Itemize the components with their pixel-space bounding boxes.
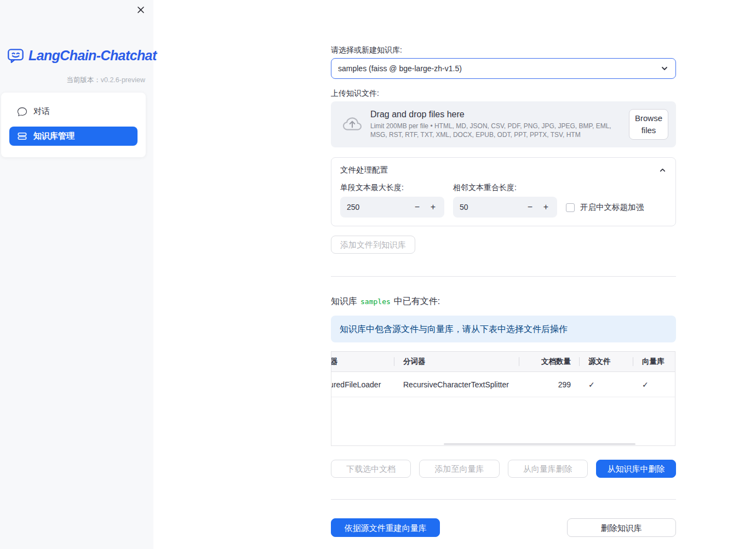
- col-header-source-file[interactable]: 源文件: [580, 352, 633, 371]
- zh-title-option: 开启中文标题加强: [566, 202, 667, 213]
- col-header-loader[interactable]: 文档加载器: [331, 352, 394, 371]
- delete-kb-button[interactable]: 删除知识库: [567, 518, 676, 537]
- expander-title: 文件处理配置: [340, 165, 388, 175]
- files-table[interactable]: 文档加载器 分词器 文档数量 源文件 向量库 UnstructuredFileL…: [331, 351, 675, 446]
- cell-loader: UnstructuredFileLoader: [331, 372, 394, 397]
- zh-title-checkbox-label: 开启中文标题加强: [580, 202, 644, 213]
- kb-select-label: 请选择或新建知识库:: [331, 45, 676, 55]
- file-uploader-dropzone[interactable]: Drag and drop files here Limit 200MB per…: [331, 101, 676, 147]
- files-grid: 文档加载器 分词器 文档数量 源文件 向量库 UnstructuredFileL…: [331, 352, 675, 397]
- upload-cloud-icon: [343, 115, 362, 134]
- col-header-splitter[interactable]: 分词器: [394, 352, 519, 371]
- sidebar: LangChain-Chatchat 当前版本：v0.2.6-preview 对…: [0, 0, 153, 549]
- close-sidebar-button[interactable]: [135, 4, 147, 16]
- col-header-vector-store[interactable]: 向量库: [633, 352, 675, 371]
- sidebar-item-kb-management[interactable]: 知识库管理: [9, 127, 138, 146]
- chevron-up-icon: [658, 166, 667, 174]
- overlap-size-value: 50: [460, 203, 468, 211]
- browse-files-button[interactable]: Browse files: [629, 109, 668, 140]
- spacer-column: [449, 518, 558, 537]
- version-label: 当前版本：: [66, 76, 101, 84]
- rebuild-vector-store-button[interactable]: 依据源文件重建向量库: [331, 518, 440, 537]
- divider: [331, 499, 676, 500]
- expander-body: 单段文本最大长度: 250 − + 相邻文本重合长度: 50 − + 开启中: [340, 183, 667, 218]
- delete-from-vector-store-button[interactable]: 从向量库删除: [508, 460, 588, 478]
- col-header-doc-count[interactable]: 文档数量: [519, 352, 580, 371]
- expander-header[interactable]: 文件处理配置: [340, 165, 667, 175]
- config-expander: 文件处理配置 单段文本最大长度: 250 − + 相邻文本重合长度: 50 − …: [331, 157, 676, 226]
- kb-name-code: samples: [360, 298, 391, 306]
- increment-button[interactable]: +: [425, 199, 441, 215]
- cell-vector-check: ✓: [633, 372, 675, 397]
- kb-files-suffix: 中已有文件:: [394, 296, 440, 306]
- app-logo: LangChain-Chatchat: [7, 47, 157, 65]
- add-to-vector-store-button[interactable]: 添加至向量库: [419, 460, 499, 478]
- kb-select-value: samples (faiss @ bge-large-zh-v1.5): [338, 64, 462, 73]
- cell-source-check: ✓: [580, 372, 633, 397]
- nav-menu: 对话 知识库管理: [1, 93, 146, 157]
- table-row[interactable]: UnstructuredFileLoader RecursiveCharacte…: [331, 372, 675, 397]
- chunk-size-label: 单段文本最大长度:: [340, 183, 444, 192]
- divider: [331, 276, 676, 277]
- decrement-button[interactable]: −: [522, 199, 538, 215]
- chevron-down-icon: [660, 64, 669, 73]
- download-selected-button[interactable]: 下载选中文档: [331, 460, 411, 478]
- info-banner: 知识库中包含源文件与向量库，请从下表中选择文件后操作: [331, 316, 676, 342]
- chunk-size-value: 250: [347, 203, 359, 211]
- version-value: v0.2.6-preview: [101, 76, 145, 84]
- overlap-size-input[interactable]: 50 − +: [453, 197, 557, 218]
- add-files-to-kb-button[interactable]: 添加文件到知识库: [331, 236, 415, 254]
- uploader-title: Drag and drop files here: [370, 110, 620, 119]
- version-text: 当前版本：v0.2.6-preview: [66, 76, 145, 85]
- kb-level-buttons: 依据源文件重建向量库 删除知识库: [331, 518, 676, 537]
- app-title: LangChain-Chatchat: [28, 48, 157, 64]
- increment-button[interactable]: +: [538, 199, 554, 215]
- kb-management-page: 请选择或新建知识库: samples (faiss @ bge-large-zh…: [331, 0, 676, 537]
- table-header-row: 文档加载器 分词器 文档数量 源文件 向量库: [331, 352, 675, 372]
- zh-title-checkbox[interactable]: [566, 203, 575, 212]
- kb-files-text: 知识库samples中已有文件:: [331, 295, 676, 307]
- uploader-text: Drag and drop files here Limit 200MB per…: [370, 110, 620, 139]
- kb-files-prefix: 知识库: [331, 296, 357, 306]
- delete-from-kb-button[interactable]: 从知识库中删除: [596, 460, 676, 478]
- horizontal-scrollbar-thumb[interactable]: [444, 443, 635, 445]
- cell-doc-count: 299: [519, 372, 580, 397]
- chunk-size-input[interactable]: 250 − +: [340, 197, 444, 218]
- kb-select[interactable]: samples (faiss @ bge-large-zh-v1.5): [331, 58, 676, 79]
- upload-label: 上传知识文件:: [331, 89, 676, 98]
- overlap-size-label: 相邻文本重合长度:: [453, 183, 557, 192]
- close-icon: [136, 5, 145, 14]
- sidebar-item-dialogue[interactable]: 对话: [9, 102, 138, 121]
- sidebar-item-label: 知识库管理: [33, 131, 75, 141]
- kb-stack-icon: [18, 131, 27, 141]
- cell-splitter: RecursiveCharacterTextSplitter: [394, 372, 519, 397]
- chat-bubble-icon: [18, 107, 27, 116]
- file-action-buttons: 下载选中文档 添加至向量库 从向量库删除 从知识库中删除: [331, 460, 676, 478]
- uploader-limit: Limit 200MB per file • HTML, MD, JSON, C…: [370, 122, 620, 139]
- logo-chat-smiley-icon: [7, 47, 25, 65]
- sidebar-item-label: 对话: [33, 106, 50, 117]
- decrement-button[interactable]: −: [409, 199, 425, 215]
